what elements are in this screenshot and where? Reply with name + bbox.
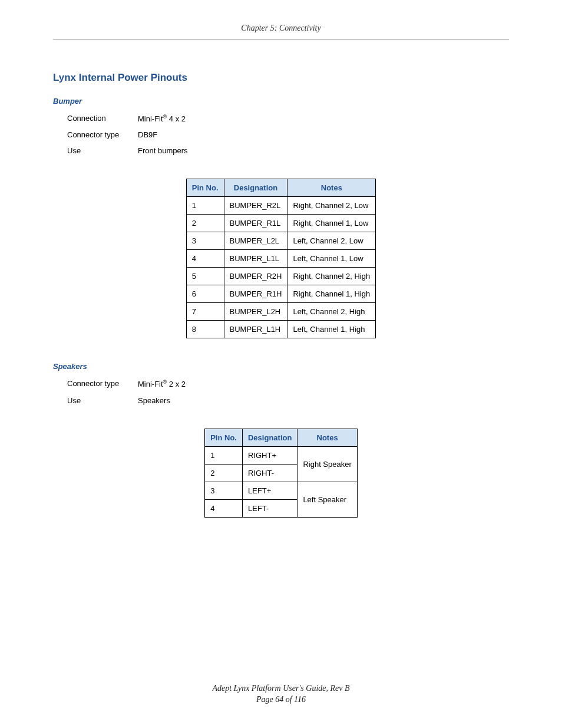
cell-notes: Left Speaker [297,482,357,517]
speakers-spec-list: Connector type Mini-Fit® 2 x 2 Use Speak… [67,379,509,404]
cell-designation: BUMPER_L1L [224,250,287,268]
spec-label: Connector type [67,130,138,139]
cell-pin: 3 [186,232,224,250]
spec-row-use: Use Speakers [67,396,509,405]
speakers-pinout-table: Pin No. Designation Notes 1 RIGHT+ Right… [204,429,358,518]
cell-pin: 6 [186,285,224,303]
cell-pin: 2 [186,215,224,232]
cell-pin: 3 [205,482,243,499]
footer-page-number: Page 64 of 116 [53,694,509,706]
cell-pin: 4 [205,499,243,517]
chapter-title: Chapter 5: Connectivity [241,24,320,32]
section-heading: Lynx Internal Power Pinouts [53,72,509,84]
spec-row-connector-type: Connector type DB9F [67,130,509,139]
cell-pin: 4 [186,250,224,268]
cell-pin: 8 [186,321,224,338]
cell-notes: Left, Channel 1, Low [287,250,376,268]
spec-value: Mini-Fit® 4 x 2 [138,114,509,123]
spec-label: Connection [67,114,138,123]
spec-row-use: Use Front bumpers [67,146,509,155]
table-row: 7BUMPER_L2HLeft, Channel 2, High [186,303,375,321]
bumper-heading: Bumper [53,97,509,106]
cell-designation: BUMPER_R1H [224,285,287,303]
cell-notes: Left, Channel 1, High [287,321,376,338]
table-row: 1BUMPER_R2LRight, Channel 2, Low [186,197,375,215]
cell-pin: 2 [205,464,243,482]
speakers-heading: Speakers [53,362,509,371]
col-header-designation: Designation [242,429,297,446]
cell-notes: Right, Channel 2, Low [287,197,376,215]
cell-designation: BUMPER_R1L [224,215,287,232]
table-row: 5BUMPER_R2HRight, Channel 2, High [186,268,375,285]
bumper-spec-list: Connection Mini-Fit® 4 x 2 Connector typ… [67,114,509,155]
cell-notes: Left, Channel 2, Low [287,232,376,250]
cell-notes: Right, Channel 2, High [287,268,376,285]
col-header-notes: Notes [297,429,357,446]
cell-designation: BUMPER_R2H [224,268,287,285]
table-header-row: Pin No. Designation Notes [186,179,375,197]
spec-value: Mini-Fit® 2 x 2 [138,379,509,388]
spec-value-suffix: 2 x 2 [167,380,186,389]
cell-notes: Left, Channel 2, High [287,303,376,321]
table-row: 3 LEFT+ Left Speaker [205,482,358,499]
page-footer: Adept Lynx Platform User's Guide, Rev B … [53,683,509,706]
spec-label: Connector type [67,379,138,388]
cell-designation: LEFT+ [242,482,297,499]
spec-value: Front bumpers [138,146,509,155]
col-header-designation: Designation [224,179,287,197]
table-row: 2BUMPER_R1LRight, Channel 1, Low [186,215,375,232]
cell-pin: 1 [186,197,224,215]
cell-designation: BUMPER_R2L [224,197,287,215]
table-row: 3BUMPER_L2LLeft, Channel 2, Low [186,232,375,250]
footer-guide-title: Adept Lynx Platform User's Guide, Rev B [53,683,509,694]
table-row: 4BUMPER_L1LLeft, Channel 1, Low [186,250,375,268]
cell-notes: Right, Channel 1, Low [287,215,376,232]
spec-value: Speakers [138,396,509,405]
table-row: 1 RIGHT+ Right Speaker [205,446,358,464]
cell-designation: BUMPER_L2H [224,303,287,321]
spec-row-connector-type: Connector type Mini-Fit® 2 x 2 [67,379,509,388]
col-header-notes: Notes [287,179,376,197]
cell-designation: LEFT- [242,499,297,517]
table-header-row: Pin No. Designation Notes [205,429,358,446]
bumper-pinout-table: Pin No. Designation Notes 1BUMPER_R2LRig… [186,179,376,338]
cell-designation: RIGHT+ [242,446,297,464]
cell-notes: Right Speaker [297,446,357,482]
spec-value-prefix: Mini-Fit [138,380,163,389]
cell-pin: 1 [205,446,243,464]
spec-row-connection: Connection Mini-Fit® 4 x 2 [67,114,509,123]
bumper-table-body: 1BUMPER_R2LRight, Channel 2, Low2BUMPER_… [186,197,375,338]
spec-value: DB9F [138,130,509,139]
table-row: 8BUMPER_L1HLeft, Channel 1, High [186,321,375,338]
spec-value-suffix: 4 x 2 [167,114,186,123]
cell-pin: 7 [186,303,224,321]
spec-value-prefix: Mini-Fit [138,114,163,123]
cell-designation: BUMPER_L1H [224,321,287,338]
table-row: 6BUMPER_R1HRight, Channel 1, High [186,285,375,303]
spec-label: Use [67,396,138,405]
col-header-pin: Pin No. [205,429,243,446]
spec-label: Use [67,146,138,155]
cell-designation: RIGHT- [242,464,297,482]
cell-pin: 5 [186,268,224,285]
cell-designation: BUMPER_L2L [224,232,287,250]
col-header-pin: Pin No. [186,179,224,197]
chapter-header: Chapter 5: Connectivity [53,24,509,39]
cell-notes: Right, Channel 1, High [287,285,376,303]
